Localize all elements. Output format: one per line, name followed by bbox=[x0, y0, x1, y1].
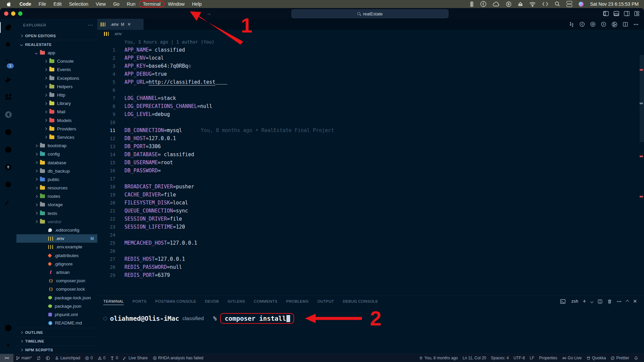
tree-folder-helpers[interactable]: Helpers bbox=[16, 82, 97, 91]
menu-item-go[interactable]: Go bbox=[109, 1, 123, 7]
code-line-27[interactable]: 27REDIS_HOST=127.0.0.1 bbox=[97, 255, 639, 263]
code-line-22[interactable]: 22SESSION_DRIVER=file bbox=[97, 215, 639, 223]
section-outline[interactable]: OUTLINE bbox=[16, 328, 97, 337]
play-circle-icon[interactable] bbox=[506, 1, 512, 7]
kill-terminal-icon[interactable] bbox=[607, 299, 612, 304]
status-0[interactable]: 0 bbox=[108, 354, 120, 362]
tree-folder-http[interactable]: Http bbox=[16, 91, 97, 99]
status-you-8-months-ago[interactable]: You, 8 months ago bbox=[417, 354, 460, 362]
code-line-6[interactable]: 6 bbox=[97, 86, 639, 94]
status-launchpad[interactable]: Launchpad bbox=[52, 354, 83, 362]
tree-folder-vendor[interactable]: vendor bbox=[16, 218, 97, 226]
status-bell[interactable] bbox=[632, 354, 641, 362]
menu-item-selection[interactable]: Selection bbox=[65, 1, 92, 7]
open-editors-section[interactable]: OPEN EDITORS bbox=[16, 32, 97, 40]
circle-app-extension-icon[interactable] bbox=[0, 106, 16, 123]
siri-icon[interactable] bbox=[579, 2, 584, 7]
apple-logo-icon[interactable] bbox=[6, 1, 11, 7]
tree-folder-app[interactable]: app bbox=[16, 49, 97, 57]
panel-tab-output[interactable]: OUTPUT bbox=[317, 298, 334, 305]
code-brackets-icon[interactable] bbox=[542, 2, 548, 6]
code-line-17[interactable]: 17 bbox=[97, 175, 639, 183]
panel-tab-problems[interactable]: PROBLEMS bbox=[286, 298, 309, 305]
toggle-secondary-sidebar-icon[interactable] bbox=[624, 11, 630, 16]
status-utf-8[interactable]: UTF-8 bbox=[511, 354, 527, 362]
code-line-7[interactable]: 7LOG_CHANNEL=stack bbox=[97, 94, 639, 102]
toggle-sidebar-icon[interactable] bbox=[603, 11, 609, 16]
zoom-window-button[interactable] bbox=[18, 11, 22, 16]
tree-file-gitignore[interactable]: .gitignore bbox=[16, 260, 97, 268]
tab-env-file[interactable]: .env M ✕ bbox=[97, 19, 144, 30]
tree-folder-storage[interactable]: storage bbox=[16, 200, 97, 209]
command-center-search[interactable]: realEstate bbox=[291, 9, 448, 18]
cloud-icon[interactable] bbox=[493, 2, 499, 6]
status-live-share[interactable]: Live Share bbox=[120, 354, 150, 362]
code-line-10[interactable]: 10 bbox=[97, 118, 639, 126]
tree-folder-config[interactable]: config bbox=[16, 150, 97, 158]
accounts-icon[interactable] bbox=[0, 319, 16, 337]
terminal-dropdown-icon[interactable] bbox=[590, 300, 594, 303]
code-line-24[interactable]: 24 bbox=[97, 231, 639, 239]
maximize-panel-icon[interactable] bbox=[626, 300, 629, 303]
diamond-change-icon[interactable] bbox=[590, 21, 596, 27]
tree-file-package.json[interactable]: package.json bbox=[16, 302, 97, 310]
code-line-15[interactable]: 15DB_USERNAME=root bbox=[97, 159, 639, 167]
gitlens-view-icon[interactable] bbox=[0, 123, 16, 141]
close-window-button[interactable] bbox=[4, 11, 8, 16]
code-line-9[interactable]: 9LOG_LEVEL=debug bbox=[97, 110, 639, 118]
tree-file-env.example[interactable]: .env.example bbox=[16, 243, 97, 251]
section-timeline[interactable]: TIMELINE bbox=[16, 337, 97, 345]
tree-folder-services[interactable]: Services bbox=[16, 133, 97, 141]
code-line-26[interactable]: 26 bbox=[97, 247, 639, 255]
minimize-window-button[interactable] bbox=[11, 11, 15, 16]
code-line-28[interactable]: 28REDIS_PASSWORD=null bbox=[97, 263, 639, 271]
status-quokka[interactable]: Quokka bbox=[584, 354, 608, 362]
tree-file-package-lock.json[interactable]: package-lock.json bbox=[16, 293, 97, 302]
terminal-prompt-line[interactable]: oliahmed@Olis-iMac classified % composer… bbox=[103, 312, 381, 325]
explorer-icon[interactable] bbox=[0, 19, 16, 36]
tab-close-icon[interactable]: ✕ bbox=[127, 22, 131, 27]
code-line-3[interactable]: 3APP_KEY=base64:7q0RBqe bbox=[97, 62, 639, 70]
menu-item-run[interactable]: Run bbox=[123, 1, 139, 7]
code-line-29[interactable]: 29REDIS_PORT=6379 bbox=[97, 271, 639, 279]
wifi-icon[interactable] bbox=[529, 2, 536, 7]
status-go-live[interactable]: Go Live bbox=[560, 354, 584, 362]
tree-file-env[interactable]: .envM bbox=[16, 234, 97, 243]
tree-folder-mail[interactable]: Mail bbox=[16, 108, 97, 116]
code-line-13[interactable]: 13DB_PORT=3306 bbox=[97, 142, 639, 150]
breadcrumb[interactable]: .env bbox=[97, 30, 644, 38]
code-line-23[interactable]: 23SESSION_LIFETIME=120 bbox=[97, 223, 639, 231]
previous-change-icon[interactable] bbox=[579, 21, 585, 27]
code-line-5[interactable]: 5APP_URL=http://classified.test bbox=[97, 78, 639, 86]
tree-file-phpunit.xml[interactable]: phpunit.xml bbox=[16, 310, 97, 319]
keypad-app-icon[interactable] bbox=[470, 1, 474, 7]
tree-folder-database[interactable]: database bbox=[16, 158, 97, 167]
code-line-4[interactable]: 4APP_DEBUG=true bbox=[97, 70, 639, 78]
root-folder-section[interactable]: REALESTATE bbox=[16, 40, 97, 49]
tree-folder-tests[interactable]: tests bbox=[16, 209, 97, 218]
code-line-1[interactable]: 1APP_NAME= classified bbox=[97, 46, 639, 54]
code-line-21[interactable]: 21QUEUE_CONNECTION=sync bbox=[97, 207, 639, 215]
tree-folder-bootstrap[interactable]: bootstrap bbox=[16, 141, 97, 150]
tree-file-gitattributes[interactable]: .gitattributes bbox=[16, 251, 97, 260]
tree-file-editorconfig[interactable]: .editorconfig bbox=[16, 226, 97, 234]
tree-folder-public[interactable]: public bbox=[16, 175, 97, 184]
tree-folder-db_backup[interactable]: db_backup bbox=[16, 167, 97, 175]
tree-folder-library[interactable]: Library bbox=[16, 99, 97, 108]
toggle-panel-icon[interactable] bbox=[613, 11, 619, 16]
tree-file-artisan[interactable]: ℓartisan bbox=[16, 268, 97, 277]
status-properties[interactable]: Properties bbox=[537, 354, 560, 362]
close-panel-icon[interactable]: ✕ bbox=[633, 298, 637, 304]
gitlens-graph-icon[interactable] bbox=[611, 21, 618, 27]
status-rhda-analysis-has-failed[interactable]: RHDA analysis has failed bbox=[150, 354, 206, 362]
tree-file-composer.json[interactable]: {}composer.json bbox=[16, 277, 97, 285]
code-line-16[interactable]: 16DB_PASSWORD= bbox=[97, 167, 639, 175]
tree-folder-console[interactable]: Console bbox=[16, 57, 97, 65]
code-line-18[interactable]: 18BROADCAST_DRIVER=pusher bbox=[97, 183, 639, 191]
status-gitlens[interactable] bbox=[43, 354, 52, 362]
remote-indicator[interactable]: >< bbox=[0, 354, 13, 362]
section-npm-scripts[interactable]: NPM SCRIPTS bbox=[16, 345, 97, 354]
tree-file-readme.md[interactable]: iREADME.md bbox=[16, 319, 97, 327]
terminal-command[interactable]: composer install bbox=[225, 315, 286, 322]
control-center-icon[interactable] bbox=[567, 1, 572, 7]
